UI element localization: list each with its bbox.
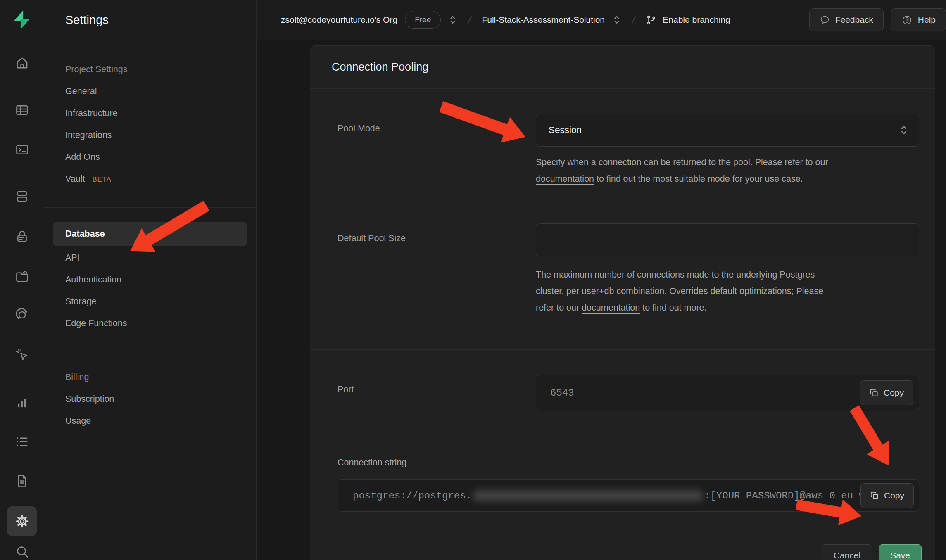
default-pool-size-label: Default Pool Size xyxy=(310,223,536,244)
plan-badge: Free xyxy=(405,11,441,29)
documentation-link[interactable]: documentation xyxy=(582,303,640,313)
pool-settings-section: Pool Mode Session Specify when a connect… xyxy=(310,89,935,349)
sidebar-item-vault[interactable]: VaultBETA xyxy=(44,168,256,190)
search-icon[interactable] xyxy=(7,536,37,560)
card-footer: Cancel Save xyxy=(310,535,935,560)
api-docs-icon[interactable] xyxy=(7,466,37,496)
save-button[interactable]: Save xyxy=(879,544,922,560)
card-header: Connection Pooling xyxy=(310,46,935,89)
sidebar-item-usage[interactable]: Usage xyxy=(44,410,256,432)
settings-icon[interactable] xyxy=(7,506,37,536)
card-title: Connection Pooling xyxy=(332,61,913,74)
project-breadcrumb[interactable]: Full-Stack-Assessment-Solution xyxy=(482,15,605,25)
project-select-chevrons-icon[interactable] xyxy=(612,14,621,26)
port-copy-button[interactable]: Copy xyxy=(860,380,913,405)
reports-icon[interactable] xyxy=(7,387,37,417)
pool-mode-value: Session xyxy=(549,125,582,135)
settings-menu: Project Settings General Infrastructure … xyxy=(44,40,256,432)
connection-string-copy-button[interactable]: Copy xyxy=(860,483,914,508)
menu-divider xyxy=(44,207,256,208)
settings-sidebar: Settings Project Settings General Infras… xyxy=(44,0,257,560)
feedback-button[interactable]: Feedback xyxy=(809,8,884,31)
sidebar-item-integrations[interactable]: Integrations xyxy=(44,124,256,146)
supabase-logo-icon[interactable] xyxy=(12,9,32,31)
sql-editor-icon[interactable] xyxy=(7,135,37,164)
sidebar-item-api[interactable]: API xyxy=(44,247,256,269)
authentication-icon[interactable] xyxy=(7,221,37,251)
sidebar-item-general[interactable]: General xyxy=(44,81,256,102)
redacted-credentials-blur xyxy=(473,490,703,501)
org-breadcrumb[interactable]: zsolt@codeyourfuture.io's Org xyxy=(281,15,397,25)
breadcrumb-separator: / xyxy=(632,14,635,26)
menu-divider xyxy=(44,352,256,352)
copy-label: Copy xyxy=(884,388,904,398)
logs-icon[interactable] xyxy=(7,427,37,456)
feedback-label: Feedback xyxy=(835,15,873,25)
breadcrumb-separator: / xyxy=(468,14,471,26)
select-chevrons-icon xyxy=(899,124,909,136)
pool-size-description: The maximum number of connections made t… xyxy=(536,266,919,316)
default-pool-size-input[interactable] xyxy=(536,223,919,256)
enable-branching-label: Enable branching xyxy=(663,15,730,25)
sidebar-item-authentication[interactable]: Authentication xyxy=(44,269,256,291)
port-value: 6543 xyxy=(550,387,574,399)
connection-string-prefix: postgres://postgres. xyxy=(353,490,472,501)
menu-header-billing: Billing xyxy=(44,366,256,388)
beta-badge: BETA xyxy=(92,176,111,183)
help-label: Help xyxy=(918,15,936,25)
top-bar: zsolt@codeyourfuture.io's Org Free / Ful… xyxy=(256,0,946,40)
enable-branching-button[interactable]: Enable branching xyxy=(646,14,730,26)
sidebar-item-edge-functions[interactable]: Edge Functions xyxy=(44,313,256,335)
connection-pooling-card: Connection Pooling Pool Mode Session Spe… xyxy=(310,45,935,560)
sidebar-item-database[interactable]: Database xyxy=(53,222,247,246)
org-select-chevrons-icon[interactable] xyxy=(448,14,457,26)
git-branch-icon xyxy=(646,14,657,26)
rail-divider xyxy=(9,167,35,167)
documentation-link[interactable]: documentation xyxy=(536,174,594,184)
realtime-icon[interactable] xyxy=(7,340,37,370)
connection-string-label: Connection string xyxy=(338,458,919,468)
connection-string-field: postgres://postgres. :[YOUR-PASSWORD]@aw… xyxy=(338,479,919,512)
connection-string-section: Connection string postgres://postgres. :… xyxy=(310,436,935,535)
sidebar-item-infrastructure[interactable]: Infrastructure xyxy=(44,102,256,124)
rail-divider xyxy=(9,373,35,373)
port-label: Port xyxy=(310,375,536,395)
icon-rail xyxy=(0,0,44,560)
page-title: Settings xyxy=(44,0,256,40)
pool-mode-label: Pool Mode xyxy=(310,114,536,134)
sidebar-item-add-ons[interactable]: Add Ons xyxy=(44,146,256,168)
storage-icon[interactable] xyxy=(7,261,37,291)
supabase-settings-page: { "topbar": { "org_name": "zsolt@codeyou… xyxy=(0,0,946,560)
table-editor-icon[interactable] xyxy=(7,95,37,125)
home-icon[interactable] xyxy=(7,48,37,78)
sidebar-item-subscription[interactable]: Subscription xyxy=(44,388,256,410)
pool-mode-select[interactable]: Session xyxy=(536,114,919,147)
sidebar-item-storage[interactable]: Storage xyxy=(44,291,256,313)
port-section: Port 6543 Copy xyxy=(310,349,935,436)
rail-divider xyxy=(9,83,35,83)
help-button[interactable]: Help xyxy=(891,8,946,31)
pool-mode-description: Specify when a connection can be returne… xyxy=(536,154,919,187)
copy-label: Copy xyxy=(884,491,904,501)
menu-header-project-settings: Project Settings xyxy=(44,59,256,81)
cancel-button[interactable]: Cancel xyxy=(822,544,872,560)
edge-functions-icon[interactable] xyxy=(7,300,37,330)
database-icon[interactable] xyxy=(7,181,37,211)
sidebar-item-label: Vault xyxy=(65,174,85,184)
